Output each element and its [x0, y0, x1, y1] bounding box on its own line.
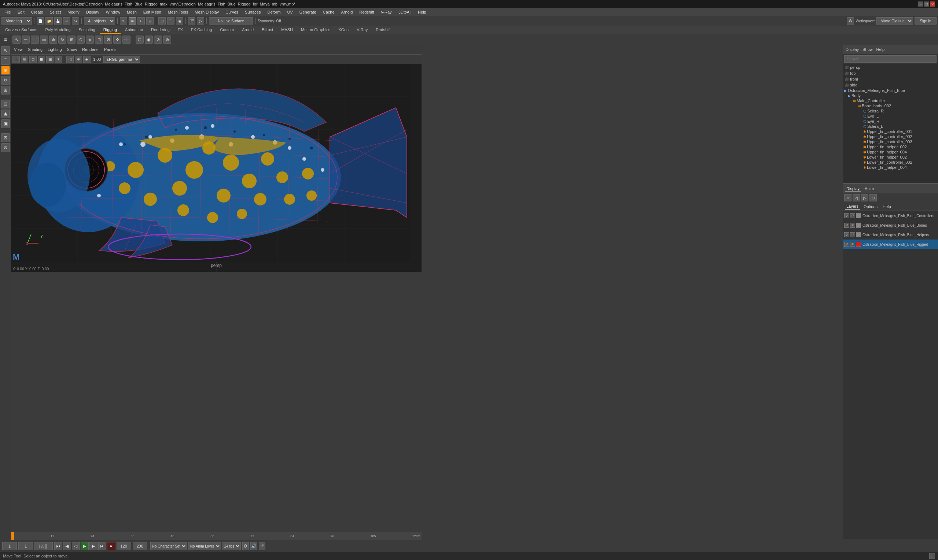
- menu-cache[interactable]: Cache: [320, 9, 338, 15]
- tree-item-lower-fin-ctrl-2[interactable]: ✱ Lower_fin_controller_002: [843, 160, 938, 165]
- tab-poly-modeling[interactable]: Poly Modeling: [42, 26, 74, 34]
- tree-item-fish-group[interactable]: ▶ Ostracion_Meleagris_Fish_Blue: [843, 88, 938, 93]
- tree-item-top[interactable]: 🎥 top: [843, 70, 938, 76]
- all-objects-dropdown[interactable]: All objects: [84, 17, 115, 25]
- cb-icon-2[interactable]: ◁: [853, 194, 860, 202]
- menu-mesh-display[interactable]: Mesh Display: [192, 9, 222, 15]
- cb-tab-anim[interactable]: Anim: [863, 186, 875, 192]
- vp-lighting-icon[interactable]: ☀: [55, 56, 62, 63]
- frame-input-2[interactable]: [19, 542, 33, 550]
- tree-item-sclera-r[interactable]: ⬡ Sclera_R: [843, 108, 938, 114]
- toolbar-redo[interactable]: ↪: [72, 17, 79, 25]
- tree-item-sclera-l[interactable]: ⬡ Sclera_L: [843, 124, 938, 129]
- toolbar-snap-grid[interactable]: ⊡: [158, 17, 166, 25]
- toolbar-move-tool[interactable]: ⊕: [129, 17, 136, 25]
- layer-v-2[interactable]: V: [844, 223, 849, 228]
- t2-constraint[interactable]: ✛: [113, 35, 121, 43]
- sound-button[interactable]: 🔊: [250, 542, 257, 550]
- tab-sculpting[interactable]: Sculpting: [75, 26, 99, 34]
- menu-create[interactable]: Create: [28, 9, 46, 15]
- menu-uv[interactable]: UV: [284, 9, 296, 15]
- lt-scale[interactable]: ⊞: [1, 86, 10, 94]
- close-button[interactable]: ✕: [930, 2, 935, 6]
- tab-fx-caching[interactable]: FX Caching: [187, 26, 216, 34]
- vp-gamma-select[interactable]: sRGB gamma: [103, 56, 140, 63]
- tree-item-upper-fin-ctrl-1[interactable]: ✱ Upper_fin_controller_001: [843, 129, 938, 134]
- go-to-start-button[interactable]: ⏮: [54, 542, 62, 550]
- timeline-cursor[interactable]: [11, 532, 14, 540]
- tab-rigging[interactable]: Rigging: [100, 26, 120, 34]
- cb-icon-3[interactable]: ▷: [861, 194, 869, 202]
- workspace-select[interactable]: Maya Classic: [876, 17, 913, 25]
- layer-item-controllers[interactable]: V P Ostracion_Meleagris_Fish_Blue_Contro…: [843, 211, 938, 220]
- menu-vray[interactable]: V-Ray: [378, 9, 395, 15]
- toolbar-render[interactable]: 🎬: [188, 17, 195, 25]
- workspace-icon[interactable]: W: [847, 17, 854, 25]
- outliner-tree[interactable]: 🎥 persp 🎥 top 🎥 front 🎥 side ▶ Ostracion…: [843, 64, 938, 183]
- lt-soft-sel[interactable]: ⊡: [1, 100, 10, 108]
- lt-lasso[interactable]: ⌒: [1, 56, 10, 65]
- no-anim-layer-select[interactable]: No Anim Layer: [188, 542, 221, 550]
- layer-v-1[interactable]: V: [844, 213, 849, 218]
- tree-item-body[interactable]: ▶ Body: [843, 93, 938, 98]
- tab-motion-graphics[interactable]: Motion Graphics: [297, 26, 334, 34]
- tab-arnold[interactable]: Arnold: [238, 26, 257, 34]
- vp-menu-shading[interactable]: Shading: [26, 46, 44, 52]
- outliner-search-input[interactable]: [844, 55, 936, 63]
- menu-surfaces[interactable]: Surfaces: [242, 9, 264, 15]
- tab-animation[interactable]: Animation: [121, 26, 147, 34]
- signin-button[interactable]: Sign In: [915, 17, 936, 25]
- t2-wrap[interactable]: ⊛: [163, 35, 171, 43]
- t2-lattice[interactable]: ⬡: [136, 35, 144, 43]
- tree-item-lower-fin-hlp-4[interactable]: ✱ Lower_fin_helper_004: [843, 165, 938, 170]
- layers-tab[interactable]: Layers: [845, 203, 860, 209]
- lt-snap-point[interactable]: ⊙: [1, 143, 10, 152]
- cb-icon-1[interactable]: ⊕: [844, 194, 852, 202]
- lt-snap-grid[interactable]: ⊠: [1, 133, 10, 142]
- tab-mash[interactable]: MASH: [278, 26, 296, 34]
- menu-generate[interactable]: Generate: [296, 9, 319, 15]
- end-frame-input[interactable]: [117, 542, 131, 550]
- tab-fx[interactable]: FX: [174, 26, 187, 34]
- toolbar-rotate-tool[interactable]: ↻: [137, 17, 145, 25]
- outliner-display[interactable]: Display: [845, 47, 859, 52]
- go-to-end-button[interactable]: ⏭: [98, 542, 106, 550]
- layer-color-1[interactable]: [856, 213, 861, 218]
- play-forward-button[interactable]: ▶: [81, 542, 89, 550]
- vp-wireframe-icon[interactable]: ◻: [29, 56, 37, 63]
- minimize-button[interactable]: ─: [918, 2, 923, 6]
- live-surface-icon[interactable]: No Live Surface: [209, 17, 253, 25]
- tree-item-lower-fin-hlp-2[interactable]: ✱ Lower_fin_helper_002: [843, 155, 938, 160]
- toolbar-snap-curve[interactable]: ⌒: [167, 17, 174, 25]
- t2-lasso[interactable]: ⌒: [31, 35, 39, 43]
- layer-p-3[interactable]: P: [850, 232, 855, 237]
- lt-select[interactable]: ↖: [1, 46, 10, 55]
- tree-item-eye-r[interactable]: ⬡ Eye_R: [843, 118, 938, 124]
- layer-p-4[interactable]: P: [850, 242, 855, 247]
- menu-edit-mesh[interactable]: Edit Mesh: [140, 9, 164, 15]
- menu-modify[interactable]: Modify: [65, 9, 82, 15]
- tree-item-bone-body[interactable]: ⊕ Bone_body_002: [843, 103, 938, 108]
- vp-solid-icon[interactable]: ◼: [38, 56, 45, 63]
- outliner-show[interactable]: Show: [862, 47, 873, 52]
- t2-blend[interactable]: ⊘: [154, 35, 162, 43]
- vp-menu-show[interactable]: Show: [66, 46, 79, 52]
- menu-curves[interactable]: Curves: [222, 9, 241, 15]
- t2-select[interactable]: ↖: [12, 35, 20, 43]
- tree-item-eye-l[interactable]: ⬡ Eye_L: [843, 114, 938, 118]
- t2-marquee[interactable]: ▭: [40, 35, 48, 43]
- vp-manip-icon[interactable]: ⊕: [75, 56, 82, 63]
- layer-item-rigged[interactable]: V P Ostracion_Meleagris_Fish_Blue_Rigged: [843, 240, 938, 249]
- tab-vray[interactable]: V-Ray: [353, 26, 371, 34]
- lt-paint[interactable]: ◉: [1, 109, 10, 118]
- toolbar-open[interactable]: 📁: [45, 17, 53, 25]
- t2-ik[interactable]: ⊡: [95, 35, 103, 43]
- menu-mesh[interactable]: Mesh: [124, 9, 140, 15]
- cb-icon-4[interactable]: ⊡: [869, 194, 877, 202]
- tree-item-side[interactable]: 🎥 side: [843, 82, 938, 88]
- tab-xgen[interactable]: XGen: [335, 26, 352, 34]
- t2-skin[interactable]: ◈: [86, 35, 94, 43]
- tab-rendering[interactable]: Rendering: [147, 26, 173, 34]
- fps-select[interactable]: 24 fps: [222, 542, 241, 550]
- viewport-canvas[interactable]: X Y M persp X: 0.00 Y: 0.00 Z: 0.00: [11, 64, 421, 272]
